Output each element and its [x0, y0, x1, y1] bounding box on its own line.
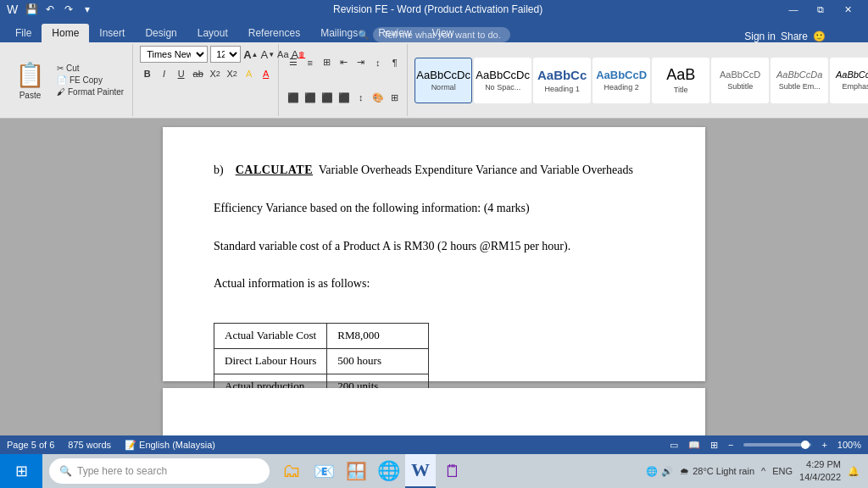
style-no-space[interactable]: AaBbCcDc No Spac...	[474, 58, 531, 103]
notification-button[interactable]: 🔔	[848, 466, 860, 477]
taskbar-search-icon: 🔍	[59, 465, 72, 477]
superscript-button[interactable]: X2	[225, 65, 239, 82]
share-button[interactable]: Share	[781, 30, 808, 42]
tab-file[interactable]: File	[5, 24, 42, 42]
view-page-icon[interactable]: ⊞	[710, 440, 718, 451]
underline-button[interactable]: U	[174, 65, 188, 82]
undo-qat-button[interactable]: ↶	[42, 1, 58, 18]
spelling-icon: 📝	[125, 440, 136, 451]
line-spacing-button[interactable]: ↕	[353, 90, 369, 105]
taskbar-app-mail[interactable]: 📧	[309, 454, 339, 488]
standard-text: Standard variable cost of a Product A is…	[214, 237, 654, 256]
sort-button[interactable]: ↕	[370, 55, 386, 70]
text-highlight-button[interactable]: A	[242, 65, 256, 82]
style-h2-label: Heading 2	[604, 83, 639, 92]
system-tray: 🌐 🔊	[646, 466, 673, 477]
close-button[interactable]: ✕	[834, 0, 861, 19]
cut-button[interactable]: ✂ Cut	[53, 63, 127, 74]
zoom-slider[interactable]	[743, 443, 811, 446]
style-nospace-preview: AaBbCcDc	[476, 69, 530, 82]
show-formatting-button[interactable]: ¶	[387, 55, 403, 70]
document-page-main[interactable]: b) CALCULATE Variable Overheads Expendit…	[163, 127, 705, 381]
text-color-button[interactable]: A	[259, 65, 273, 82]
page-info: Page 5 of 6	[7, 440, 54, 450]
strikethrough-button[interactable]: ab	[191, 65, 205, 82]
style-title-label: Title	[674, 86, 688, 94]
paragraph-row-1: ☰ ≡ ⊞ ⇤ ⇥ ↕ ¶	[286, 46, 403, 80]
taskbar-app-explorer[interactable]: 🗂	[276, 454, 307, 488]
align-left-button[interactable]: ⬛	[286, 90, 301, 105]
table-cell-value: RM8,000	[327, 324, 429, 349]
style-subtle-em[interactable]: AaBbCcDa Subtle Em...	[771, 58, 828, 103]
tab-insert[interactable]: Insert	[89, 24, 135, 42]
grow-font-button[interactable]: A▲	[243, 46, 258, 63]
taskbar-app-store[interactable]: 🪟	[341, 454, 371, 488]
italic-button[interactable]: I	[157, 65, 171, 82]
question-b: b) CALCULATE Variable Overheads Expendit…	[214, 161, 654, 180]
more-qat-button[interactable]: ▾	[79, 1, 96, 18]
tab-home[interactable]: Home	[42, 24, 89, 42]
taskbar-app-onenote[interactable]: 🗒	[437, 454, 468, 488]
document-content: b) CALCULATE Variable Overheads Expendit…	[214, 161, 654, 424]
increase-indent-button[interactable]: ⇥	[353, 55, 369, 70]
font-size-select[interactable]: 12	[210, 46, 241, 63]
ribbon-search-input[interactable]	[373, 27, 510, 42]
table-cell-value: 500 hours	[327, 348, 429, 374]
multilevel-button[interactable]: ⊞	[320, 55, 335, 70]
style-title[interactable]: AaB Title	[652, 58, 709, 103]
caret-icon: ^	[761, 466, 765, 476]
signin-link[interactable]: Sign in	[744, 30, 776, 42]
style-normal[interactable]: AaBbCcDc Normal	[415, 58, 472, 103]
style-heading1[interactable]: AaBbCc Heading 1	[533, 58, 591, 103]
taskbar-search-text: Type here to search	[77, 465, 167, 477]
copy-button[interactable]: 📄 FE Copy	[53, 75, 127, 86]
network-icon: 🌐	[646, 466, 658, 477]
view-reading-icon[interactable]: 📖	[688, 440, 700, 451]
style-emphasis[interactable]: AaBbCcDa Emphasis	[830, 58, 868, 103]
format-painter-icon: 🖌	[57, 87, 65, 97]
justify-button[interactable]: ⬛	[337, 90, 352, 105]
subscript-button[interactable]: X2	[208, 65, 222, 82]
tab-references[interactable]: References	[238, 24, 310, 42]
weather-display: 🌧 28°C Light rain	[680, 466, 754, 476]
shrink-font-button[interactable]: A▼	[260, 46, 275, 63]
taskbar-app-word[interactable]: W	[405, 454, 436, 488]
taskbar-app-chrome[interactable]: 🌐	[373, 454, 403, 488]
start-button[interactable]: ⊞	[0, 454, 42, 488]
borders-button[interactable]: ⊞	[387, 90, 403, 105]
calculate-word: CALCULATE	[236, 164, 313, 176]
zoom-plus-button[interactable]: +	[821, 440, 826, 450]
zoom-thumb	[801, 441, 810, 449]
align-center-button[interactable]: ⬛	[303, 90, 318, 105]
zoom-minus-button[interactable]: −	[728, 440, 733, 450]
status-bar: Page 5 of 6 875 words 📝 English (Malaysi…	[0, 435, 868, 454]
font-format-row: B I U ab X2 X2 A A	[140, 65, 273, 82]
format-painter-button[interactable]: 🖌 Format Painter	[53, 86, 127, 97]
numbering-button[interactable]: ≡	[303, 55, 318, 70]
clipboard-small-buttons: ✂ Cut 📄 FE Copy 🖌 Format Painter	[53, 46, 127, 114]
align-right-button[interactable]: ⬛	[320, 90, 335, 105]
save-qat-button[interactable]: 💾	[23, 1, 40, 18]
redo-qat-button[interactable]: ↷	[60, 1, 77, 18]
tab-design[interactable]: Design	[135, 24, 186, 42]
style-subtle-preview: AaBbCcDa	[776, 69, 822, 80]
minimize-button[interactable]: —	[780, 0, 807, 19]
style-heading2[interactable]: AaBbCcD Heading 2	[593, 58, 650, 103]
tab-layout[interactable]: Layout	[187, 24, 238, 42]
font-name-select[interactable]: Times New R	[140, 46, 208, 63]
restore-button[interactable]: ⧉	[807, 0, 834, 19]
word-count: 875 words	[68, 440, 111, 450]
speaker-icon: 🔊	[661, 466, 673, 477]
bold-button[interactable]: B	[140, 65, 154, 82]
style-subtitle-preview: AaBbCcD	[720, 69, 760, 80]
taskbar-search[interactable]: 🔍 Type here to search	[49, 458, 270, 484]
shading-button[interactable]: 🎨	[370, 90, 386, 105]
decrease-indent-button[interactable]: ⇤	[337, 55, 352, 70]
style-h1-label: Heading 1	[545, 85, 580, 93]
bullets-button[interactable]: ☰	[286, 55, 301, 70]
style-subtle-label: Subtle Em...	[779, 82, 821, 91]
ribbon: 📋 Paste ✂ Cut 📄 FE Copy 🖌 Format Painter	[0, 42, 868, 119]
view-normal-icon[interactable]: ▭	[670, 440, 678, 451]
style-subtitle[interactable]: AaBbCcD Subtitle	[711, 58, 769, 103]
paste-button[interactable]: 📋 Paste	[8, 46, 52, 114]
